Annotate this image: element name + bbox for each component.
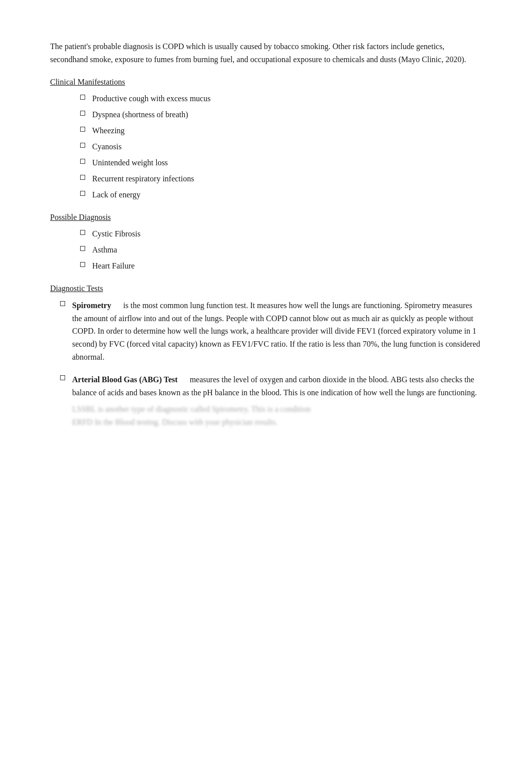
list-item: Cyanosis — [80, 141, 482, 153]
diagnostic-tests-section: Diagnostic Tests Spirometry is the most … — [50, 284, 482, 428]
bullet-icon — [80, 127, 85, 132]
list-item-text: Asthma — [92, 244, 117, 256]
blurred-line-2: ERFD In the Blood testing. Discuss with … — [72, 416, 482, 429]
intro-paragraph: The patient's probable diagnosis is COPD… — [50, 40, 482, 66]
list-item-text: Cyanosis — [92, 141, 122, 153]
list-item: Wheezing — [80, 125, 482, 137]
list-item-text: Lack of energy — [92, 189, 141, 201]
bullet-icon — [80, 246, 85, 251]
item-body: is the most common lung function test. I… — [72, 301, 480, 361]
bullet-icon — [80, 262, 85, 267]
list-item: Unintended weight loss — [80, 157, 482, 169]
list-item-text: Recurrent respiratory infections — [92, 173, 194, 185]
item-title: Arterial Blood Gas (ABG) Test — [72, 375, 178, 384]
bullet-icon — [80, 95, 85, 100]
bullet-icon — [80, 111, 85, 116]
possible-diagnosis-heading: Possible Diagnosis — [50, 213, 482, 222]
list-item-text: Dyspnea (shortness of breath) — [92, 109, 188, 121]
item-title: Spirometry — [72, 301, 111, 310]
bullet-icon — [80, 175, 85, 180]
bullet-icon — [60, 375, 65, 380]
blurred-line-1: LSSBL is another type of diagnostic call… — [72, 403, 482, 416]
bullet-icon — [80, 230, 85, 235]
list-item: Asthma — [80, 244, 482, 256]
list-item: Dyspnea (shortness of breath) — [80, 109, 482, 121]
list-item: Lack of energy — [80, 189, 482, 201]
list-item: Heart Failure — [80, 260, 482, 272]
bullet-icon — [60, 301, 65, 306]
list-item-text: Wheezing — [92, 125, 125, 137]
list-item-text: Unintended weight loss — [92, 157, 168, 169]
list-item-text: Cystic Fibrosis — [92, 228, 140, 240]
bullet-icon — [80, 143, 85, 148]
bullet-icon — [80, 191, 85, 196]
diagnostic-item-spirometry: Spirometry is the most common lung funct… — [72, 299, 482, 363]
diagnostic-tests-heading: Diagnostic Tests — [50, 284, 482, 293]
bullet-icon — [80, 159, 85, 164]
list-item: Recurrent respiratory infections — [80, 173, 482, 185]
list-item: Arterial Blood Gas (ABG) Test measures t… — [60, 373, 482, 428]
list-item-text: Productive cough with excess mucus — [92, 93, 210, 105]
diagnostic-tests-list: Spirometry is the most common lung funct… — [50, 299, 482, 428]
clinical-manifestations-list: Productive cough with excess mucus Dyspn… — [50, 93, 482, 201]
possible-diagnosis-section: Possible Diagnosis Cystic Fibrosis Asthm… — [50, 213, 482, 272]
diagnostic-item-abg: Arterial Blood Gas (ABG) Test measures t… — [72, 373, 482, 428]
list-item-text: Heart Failure — [92, 260, 135, 272]
possible-diagnosis-list: Cystic Fibrosis Asthma Heart Failure — [50, 228, 482, 272]
item-spacer — [113, 301, 121, 310]
list-item: Spirometry is the most common lung funct… — [60, 299, 482, 363]
clinical-manifestations-section: Clinical Manifestations Productive cough… — [50, 78, 482, 201]
blurred-content: LSSBL is another type of diagnostic call… — [72, 403, 482, 428]
list-item: Productive cough with excess mucus — [80, 93, 482, 105]
clinical-manifestations-heading: Clinical Manifestations — [50, 78, 482, 87]
item-spacer — [180, 375, 188, 384]
list-item: Cystic Fibrosis — [80, 228, 482, 240]
